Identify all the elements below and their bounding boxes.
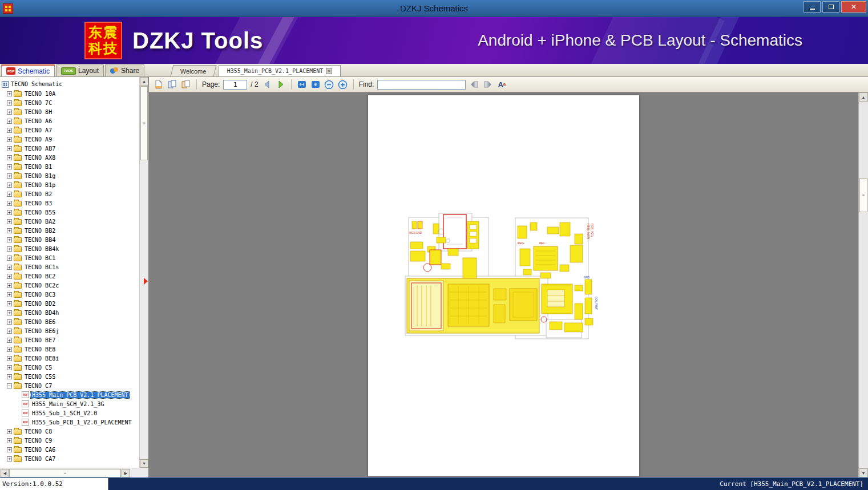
expand-icon[interactable]: +: [7, 374, 12, 379]
tree-root-row[interactable]: TECNO Schematic: [0, 79, 140, 89]
doc-tab-welcome[interactable]: Welcome: [171, 65, 217, 76]
expand-icon[interactable]: +: [7, 256, 12, 261]
expand-icon[interactable]: +: [7, 310, 12, 315]
tree-folder-row[interactable]: +TECNO A6: [0, 116, 53, 125]
sidebar-scroll-thumb[interactable]: ≡: [140, 86, 148, 160]
tree-folder-row[interactable]: +TECNO BC1: [0, 253, 56, 262]
tree-folder-row[interactable]: +TECNO A9: [0, 135, 53, 144]
collapse-icon[interactable]: −: [7, 383, 12, 388]
tree-folder-row[interactable]: +TECNO BA2: [0, 217, 56, 226]
pdf-page[interactable]: WCN GND: [368, 95, 639, 476]
tree-doc-row[interactable]: PDFH355_Main_SCH_V2.1_3G: [0, 399, 105, 408]
expand-icon[interactable]: +: [7, 173, 12, 179]
expand-icon[interactable]: +: [7, 164, 12, 169]
previous-page-button[interactable]: [262, 79, 272, 90]
tree-folder-row[interactable]: +TECNO BE8: [0, 345, 56, 354]
tree-folder-row[interactable]: +TECNO C5S: [0, 372, 56, 381]
tree-folder-row[interactable]: +TECNO BD2: [0, 299, 56, 308]
facing-pages-icon[interactable]: [167, 79, 177, 90]
expand-icon[interactable]: +: [7, 91, 12, 96]
fit-width-button[interactable]: [297, 79, 307, 90]
text-size-button[interactable]: Aa: [496, 79, 507, 90]
expand-icon[interactable]: +: [7, 137, 12, 142]
tree-folder-row[interactable]: +TECNO C5: [0, 363, 53, 372]
zoom-in-button[interactable]: [338, 79, 348, 90]
maximize-button[interactable]: [822, 1, 839, 13]
viewer-vertical-scrollbar[interactable]: ▲ ≡ ▼: [858, 92, 868, 477]
tree-folder-row[interactable]: +TECNO BE6: [0, 317, 56, 326]
tree-folder-row[interactable]: +TECNO AB7: [0, 144, 56, 153]
expand-icon[interactable]: +: [7, 119, 12, 124]
expand-icon[interactable]: +: [7, 110, 12, 115]
scroll-up-icon[interactable]: ▲: [140, 77, 148, 86]
viewer-scroll-thumb[interactable]: ≡: [859, 178, 867, 212]
splitter-arrow-icon[interactable]: [144, 278, 148, 285]
expand-icon[interactable]: +: [7, 347, 12, 352]
find-next-icon[interactable]: [483, 79, 493, 90]
expand-icon[interactable]: +: [7, 237, 12, 242]
expand-icon[interactable]: +: [7, 338, 12, 343]
tree-folder-row[interactable]: +TECNO BD4h: [0, 308, 60, 317]
expand-icon[interactable]: +: [7, 283, 12, 288]
tree-folder-row[interactable]: +TECNO BB4k: [0, 244, 60, 253]
expand-icon[interactable]: +: [7, 210, 12, 215]
tree-folder-row[interactable]: +TECNO AX8: [0, 153, 56, 162]
expand-icon[interactable]: +: [7, 146, 12, 151]
tree-folder-row[interactable]: +TECNO C9: [0, 436, 53, 445]
zoom-out-button[interactable]: [324, 79, 334, 90]
tree-folder-row[interactable]: +TECNO B1g: [0, 171, 56, 180]
tab-layout[interactable]: PADS Layout: [56, 64, 104, 76]
expand-icon[interactable]: +: [7, 183, 12, 188]
sidebar-vertical-scrollbar[interactable]: ▲ ≡ ▼: [139, 77, 148, 468]
doc-tab-placement[interactable]: H355_Main_PCB_V2.1_PLACEMENT ✕: [219, 65, 341, 76]
expand-icon[interactable]: +: [7, 274, 12, 279]
tree-folder-row[interactable]: +TECNO BE8i: [0, 354, 60, 363]
tab-share[interactable]: Share: [105, 64, 144, 76]
expand-icon[interactable]: +: [7, 447, 12, 452]
tree-folder-row[interactable]: +TECNO A7: [0, 125, 53, 135]
tree-folder-row[interactable]: +TECNO B3: [0, 199, 53, 208]
expand-icon[interactable]: +: [7, 456, 12, 461]
expand-icon[interactable]: +: [7, 228, 12, 233]
expand-icon[interactable]: +: [7, 246, 12, 252]
sidebar-hscroll-thumb[interactable]: ≡: [9, 469, 121, 477]
tab-close-icon[interactable]: ✕: [326, 68, 332, 74]
tree-folder-row[interactable]: +TECNO BB4: [0, 235, 56, 244]
tree-folder-row[interactable]: +TECNO BC2c: [0, 281, 60, 290]
tree-doc-row[interactable]: PDFH355_Main_PCB_V2.1_PLACEMENT: [0, 390, 130, 399]
close-button[interactable]: ✕: [841, 1, 866, 13]
tree-doc-row[interactable]: PDFH355_Sub_1_SCH_V2.0: [0, 408, 98, 418]
pdf-viewer[interactable]: WCN GND: [149, 92, 868, 477]
tree-folder-row[interactable]: +TECNO CA7: [0, 454, 56, 463]
expand-icon[interactable]: +: [7, 219, 12, 224]
expand-icon[interactable]: +: [7, 265, 12, 270]
tree-folder-row[interactable]: +TECNO 8H: [0, 107, 53, 116]
tree-folder-row[interactable]: +TECNO BE7: [0, 335, 56, 345]
fit-page-button[interactable]: [310, 79, 321, 90]
expand-icon[interactable]: +: [7, 329, 12, 334]
scroll-right-icon[interactable]: ▶: [122, 469, 130, 477]
tree-folder-row[interactable]: +TECNO 10A: [0, 89, 56, 98]
expand-icon[interactable]: +: [7, 319, 12, 325]
viewer-scroll-up-icon[interactable]: ▲: [859, 92, 868, 102]
expand-icon[interactable]: +: [7, 201, 12, 206]
tree-folder-row[interactable]: +TECNO CA6: [0, 445, 56, 454]
tree-folder-row[interactable]: +TECNO BE6j: [0, 326, 60, 335]
tree-folder-row[interactable]: +TECNO B5S: [0, 208, 56, 217]
multi-page-icon[interactable]: [181, 79, 191, 90]
tree-folder-row[interactable]: +TECNO C8: [0, 427, 53, 436]
expand-icon[interactable]: +: [7, 365, 12, 370]
tree-folder-row[interactable]: +TECNO B1p: [0, 180, 56, 189]
scroll-down-icon[interactable]: ▼: [140, 459, 148, 468]
tree-folder-row[interactable]: +TECNO B2: [0, 189, 53, 199]
next-page-button[interactable]: [276, 79, 286, 90]
sidebar-horizontal-scrollbar[interactable]: ◀ ≡ ▶: [0, 468, 140, 477]
expand-icon[interactable]: +: [7, 356, 12, 361]
minimize-button[interactable]: [804, 1, 821, 13]
tree-folder-row[interactable]: +TECNO 7C: [0, 98, 53, 107]
expand-icon[interactable]: +: [7, 100, 12, 106]
scroll-left-icon[interactable]: ◀: [1, 469, 9, 477]
tree-folder-row[interactable]: +TECNO B1: [0, 162, 53, 171]
tree-folder-row[interactable]: +TECNO BB2: [0, 226, 56, 235]
tab-schematic[interactable]: PDF Schematic: [1, 64, 55, 76]
